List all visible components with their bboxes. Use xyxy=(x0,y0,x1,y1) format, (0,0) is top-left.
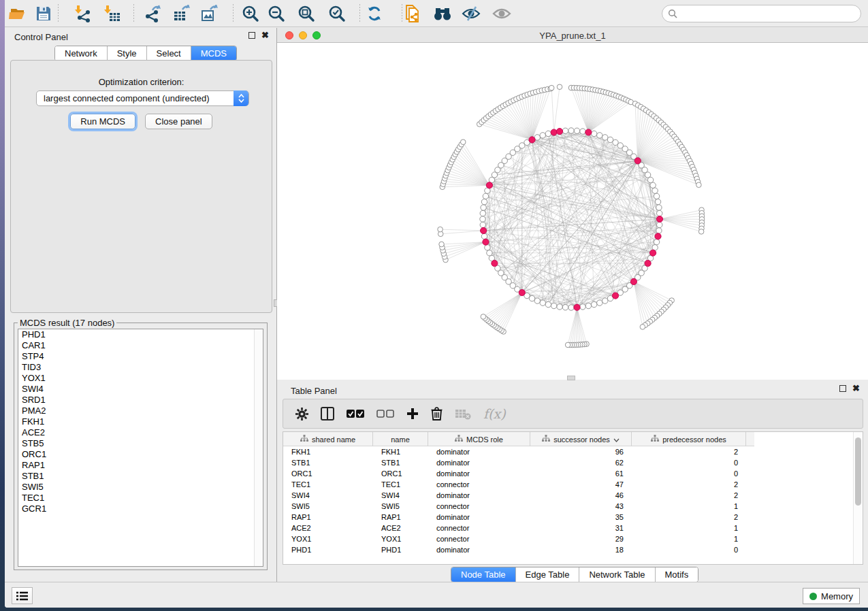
delete-table-button[interactable] xyxy=(455,408,471,420)
table-panel-header: Table Panel ✖ xyxy=(277,381,868,399)
table-cell: 1 xyxy=(632,533,746,544)
search-input[interactable] xyxy=(680,7,855,20)
network-graph[interactable] xyxy=(277,43,868,380)
table-scrollbar-track[interactable] xyxy=(853,432,863,564)
table-row[interactable]: RAP1RAP1dominator352 xyxy=(283,512,853,523)
mcds-result-item[interactable]: TID3 xyxy=(18,362,263,373)
zoom-out-button[interactable] xyxy=(266,3,287,24)
tab-edge-table[interactable]: Edge Table xyxy=(516,567,580,582)
columns-icon xyxy=(321,407,334,420)
mcds-result-item[interactable]: ORC1 xyxy=(18,449,263,460)
function-builder-button[interactable]: f(x) xyxy=(483,406,506,421)
table-row[interactable]: PHD1PHD1dominator180 xyxy=(283,544,853,555)
column-header-shared-name[interactable]: shared name xyxy=(283,432,373,446)
sort-chevron-icon xyxy=(613,435,620,444)
deselect-all-rows-button[interactable] xyxy=(376,410,394,418)
table-cell: 31 xyxy=(530,523,632,533)
table-panel-tabs: Node TableEdge TableNetwork TableMotifs xyxy=(451,567,698,582)
mcds-result-item[interactable]: CAR1 xyxy=(18,340,263,351)
mcds-result-item[interactable]: PHD1 xyxy=(18,329,263,340)
close-panel-icon[interactable]: ✖ xyxy=(852,385,860,392)
table-row[interactable]: FKH1FKH1dominator962 xyxy=(283,446,853,457)
column-header-successor-nodes[interactable]: successor nodes xyxy=(530,432,632,446)
zoom-fit-button[interactable] xyxy=(295,3,317,24)
tab-network[interactable]: Network xyxy=(55,46,108,61)
export-table-button[interactable] xyxy=(171,3,193,24)
mcds-result-item[interactable]: TEC1 xyxy=(18,493,263,503)
table-row[interactable]: YOX1YOX1connector291 xyxy=(283,533,853,544)
find-button[interactable] xyxy=(432,3,453,24)
save-session-button[interactable] xyxy=(33,3,54,24)
show-columns-button[interactable] xyxy=(321,407,334,420)
table-scrollbar-thumb[interactable] xyxy=(855,437,861,506)
column-header-name[interactable]: name xyxy=(373,432,428,446)
table-row[interactable]: SWI5SWI5connector431 xyxy=(283,501,853,512)
scrollbar-track[interactable] xyxy=(254,329,263,566)
create-column-button[interactable] xyxy=(406,408,419,420)
mcds-result-item[interactable]: STB5 xyxy=(18,438,263,449)
hide-selected-button[interactable] xyxy=(460,3,482,24)
table-row[interactable]: ORC1ORC1dominator610 xyxy=(283,468,853,479)
table-cell: 1 xyxy=(632,501,746,512)
tab-select[interactable]: Select xyxy=(147,46,191,61)
column-header-predecessor-nodes[interactable]: predecessor nodes xyxy=(632,432,746,446)
mcds-result-item[interactable]: PMA2 xyxy=(18,406,263,416)
close-panel-icon[interactable]: ✖ xyxy=(261,32,269,39)
tab-motifs[interactable]: Motifs xyxy=(656,567,698,582)
table-cell: TEC1 xyxy=(373,479,428,490)
open-file-button[interactable] xyxy=(7,3,29,24)
table-row[interactable]: TEC1TEC1connector472 xyxy=(283,479,853,490)
table-row[interactable]: SWI4SWI4dominator462 xyxy=(283,490,853,501)
zoom-selected-button[interactable] xyxy=(326,3,348,24)
mcds-result-list[interactable]: PHD1CAR1STP4TID3YOX1SWI4SRD1PMA2FKH1ACE2… xyxy=(18,329,263,567)
zoom-in-icon xyxy=(242,5,259,22)
zoom-selected-icon xyxy=(328,5,346,22)
export-network-button[interactable] xyxy=(142,3,164,24)
delete-column-button[interactable] xyxy=(431,407,443,420)
tab-mcds[interactable]: MCDS xyxy=(191,46,236,61)
run-mcds-button[interactable]: Run MCDS xyxy=(70,114,135,129)
mcds-result-item[interactable]: STP4 xyxy=(18,351,263,362)
main-toolbar xyxy=(5,0,868,27)
tab-style[interactable]: Style xyxy=(108,46,147,61)
mcds-result-item[interactable]: YOX1 xyxy=(18,373,263,384)
mcds-result-item[interactable]: SWI5 xyxy=(18,482,263,493)
network-view-canvas[interactable] xyxy=(277,43,868,380)
mcds-result-item[interactable]: ACE2 xyxy=(18,427,263,438)
import-table-button[interactable] xyxy=(101,3,123,24)
network-window-titlebar[interactable]: YPA_prune.txt_1 xyxy=(277,28,868,43)
close-panel-button[interactable]: Close panel xyxy=(145,114,212,129)
toolbar-separator xyxy=(233,4,234,23)
task-history-button[interactable] xyxy=(12,587,33,604)
criterion-dropdown[interactable]: largest connected component (undirected) xyxy=(36,90,249,106)
table-settings-button[interactable] xyxy=(295,408,308,420)
table-cell: 0 xyxy=(632,544,746,555)
zoom-in-button[interactable] xyxy=(240,3,261,24)
import-network-button[interactable] xyxy=(72,3,94,24)
show-all-button[interactable] xyxy=(491,3,513,24)
splitter-handle[interactable] xyxy=(567,376,575,380)
refresh-button[interactable] xyxy=(364,3,385,24)
table-row[interactable]: ACE2ACE2connector311 xyxy=(283,523,853,533)
delete-table-icon xyxy=(455,408,471,420)
mcds-result-item[interactable]: FKH1 xyxy=(18,416,263,427)
table-cell: dominator xyxy=(428,446,530,457)
mcds-result-item[interactable]: SRD1 xyxy=(18,395,263,406)
select-all-rows-button[interactable] xyxy=(347,410,364,418)
tab-node-table[interactable]: Node Table xyxy=(451,567,516,582)
first-neighbors-button[interactable] xyxy=(402,3,424,24)
memory-button[interactable]: Memory xyxy=(803,588,860,604)
table-cell: connector xyxy=(428,523,530,533)
float-panel-icon[interactable] xyxy=(248,32,255,39)
search-field[interactable] xyxy=(662,5,861,22)
float-panel-icon[interactable] xyxy=(839,385,846,392)
mcds-result-item[interactable]: RAP1 xyxy=(18,460,263,471)
mcds-result-item[interactable]: SWI4 xyxy=(18,384,263,395)
column-header-MCDS-role[interactable]: MCDS role xyxy=(428,432,530,446)
export-image-button[interactable] xyxy=(199,3,221,24)
table-cell: 96 xyxy=(530,446,632,457)
mcds-result-item[interactable]: STB1 xyxy=(18,471,263,482)
tab-network-table[interactable]: Network Table xyxy=(579,567,655,582)
table-row[interactable]: STB1STB1dominator620 xyxy=(283,457,853,468)
mcds-result-item[interactable]: GCR1 xyxy=(18,503,263,514)
